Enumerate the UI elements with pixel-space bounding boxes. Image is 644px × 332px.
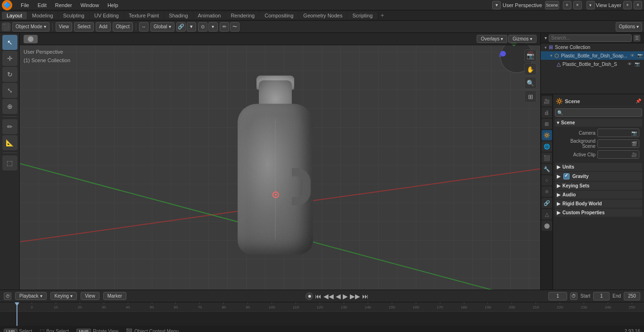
viewport-pan-btn[interactable]: ✋ [524, 63, 537, 75]
cursor-tool[interactable]: ↖ [2, 35, 17, 50]
timeline-editor-icon[interactable]: ⏱ [4, 292, 11, 300]
object-menu[interactable]: Object [113, 22, 133, 32]
gravity-section-header[interactable]: ▶ Gravity [555, 172, 642, 181]
options-btn[interactable]: Options ▾ [616, 22, 642, 32]
transform-tool[interactable]: ⊕ [2, 99, 17, 114]
props-tab-view-layer[interactable]: ⊞ [542, 119, 552, 129]
timeline-panel[interactable]: 0102030405060708090100110120130140150160… [0, 302, 644, 325]
frame-clock-btn[interactable]: ⏱ [570, 292, 578, 300]
record-btn[interactable]: ⏺ [305, 292, 313, 300]
props-tab-constraints[interactable]: 🔗 [542, 198, 552, 208]
tab-compositing[interactable]: Compositing [260, 12, 298, 19]
tab-sculpting[interactable]: Sculpting [58, 12, 89, 19]
viewport-shading-solid-btn[interactable] [24, 35, 38, 43]
snap-btn[interactable]: 🔗 [176, 22, 186, 32]
add-workspace-btn[interactable]: + [378, 11, 387, 20]
delete-scene-btn[interactable]: × [573, 1, 582, 9]
annotate-btn[interactable]: ✏ [220, 22, 229, 32]
outliner-item-bottle1[interactable]: ▾ ⬡ Plastic_Bottle_for_Dish_Soap... 👁 📷 [541, 51, 644, 60]
add-cube-tool[interactable]: ⬚ [2, 155, 17, 170]
rotate-tool[interactable]: ↻ [2, 67, 17, 82]
object-mode-dropdown[interactable]: Object Mode ▾ [12, 22, 50, 32]
props-tab-modifier[interactable]: 🔧 [542, 164, 552, 174]
outliner-filter-btn[interactable]: ☰ [634, 35, 640, 41]
outliner-item-scene-collection[interactable]: ▾ ⊞ Scene Collection [541, 43, 644, 51]
play-btn[interactable]: ▶ [343, 292, 348, 300]
end-frame-input[interactable] [624, 292, 640, 300]
timeline-view-btn[interactable]: View [81, 292, 99, 300]
scene-selector-btn[interactable]: Scene [545, 1, 559, 9]
snap-type-btn[interactable]: ▾ [187, 22, 196, 32]
props-tab-object[interactable]: ⬛ [542, 153, 552, 163]
bg-scene-field-icon[interactable]: 🎬 [631, 141, 637, 146]
keying-sets-header[interactable]: ▶ Keying Sets [555, 182, 642, 190]
remove-view-layer-btn[interactable]: × [634, 1, 642, 9]
outliner-item2-render-btn[interactable]: 📷 [634, 61, 640, 67]
jump-end-btn[interactable]: ⏭ [362, 292, 369, 300]
transform-icon[interactable]: ↔ [139, 22, 149, 32]
tab-rendering[interactable]: Rendering [226, 12, 259, 19]
move-tool[interactable]: ✛ [2, 51, 17, 66]
new-scene-btn[interactable]: + [563, 1, 571, 9]
proportional-type-btn[interactable]: ▾ [208, 22, 218, 32]
select-menu[interactable]: Select [74, 22, 94, 32]
props-tab-scene[interactable]: 🔆 [542, 130, 552, 140]
tab-geometry-nodes[interactable]: Geometry Nodes [298, 12, 347, 19]
units-section-header[interactable]: ▶ Units [555, 163, 642, 171]
scale-tool[interactable]: ⤡ [2, 83, 17, 98]
tab-texture-paint[interactable]: Texture Paint [124, 12, 164, 19]
menu-help[interactable]: Help [104, 1, 122, 9]
viewport-local-btn[interactable]: ⊞ [524, 90, 537, 103]
outliner-render-btn[interactable]: 📷 [637, 52, 644, 59]
measure-tool[interactable]: 📐 [2, 135, 17, 150]
props-tab-output[interactable]: 🖨 [542, 107, 552, 118]
rigid-body-world-header[interactable]: ▶ Rigid Body World [555, 200, 642, 208]
prev-keyframe-btn[interactable]: ◀◀ [323, 292, 334, 300]
props-search-input[interactable] [555, 108, 642, 117]
menu-edit[interactable]: Edit [34, 1, 50, 9]
viewport-3d[interactable]: User Perspective (1) Scene Collection X … [20, 33, 540, 290]
camera-value-field[interactable]: 📷 [597, 129, 639, 137]
new-view-layer-btn[interactable]: + [623, 1, 632, 9]
timeline-content[interactable] [0, 312, 644, 326]
annotate-tool[interactable]: ✏ [2, 119, 17, 134]
viewport-camera-btn[interactable]: 📷 [524, 49, 537, 62]
playback-btn[interactable]: Playback▾ [15, 292, 47, 300]
marker-btn[interactable]: Marker [103, 292, 126, 300]
current-frame-input[interactable] [548, 292, 567, 300]
timeline-playhead[interactable] [17, 302, 17, 326]
prev-frame-btn[interactable]: ◀ [336, 292, 341, 300]
audio-header[interactable]: ▶ Audio [555, 191, 642, 199]
outliner-visibility-btn[interactable]: 👁 [629, 52, 636, 59]
props-tab-material[interactable]: ⬤ [542, 220, 552, 231]
camera-field-icon[interactable]: 📷 [631, 130, 637, 136]
outliner-item2-visibility-btn[interactable]: 👁 [626, 61, 633, 67]
proportional-btn[interactable]: ⊙ [198, 22, 207, 32]
props-tab-physics[interactable]: ⚛ [542, 186, 552, 197]
start-frame-input[interactable] [593, 292, 610, 300]
viewport-zoom-btn[interactable]: 🔍 [524, 77, 537, 89]
keying-btn[interactable]: Keying▾ [50, 292, 77, 300]
tab-scripting[interactable]: Scripting [347, 12, 377, 19]
props-pin-btn[interactable]: 📌 [636, 98, 641, 104]
background-scene-field[interactable]: 🎬 [597, 139, 639, 148]
add-menu[interactable]: Add [96, 22, 111, 32]
gravity-checkbox[interactable] [563, 173, 570, 179]
scene-selector-icon[interactable]: ▾ [492, 1, 501, 9]
props-tab-data[interactable]: △ [542, 209, 552, 219]
outliner-search-input[interactable] [549, 34, 632, 42]
view-menu[interactable]: View [56, 22, 73, 32]
show-gizmos-btn[interactable]: Gizmos ▾ [508, 35, 537, 43]
props-tab-render[interactable]: 🎥 [542, 96, 552, 106]
props-tab-world[interactable]: 🌐 [542, 141, 552, 152]
tab-animation[interactable]: Animation [193, 12, 226, 19]
tab-layout[interactable]: Layout [2, 12, 27, 19]
scene-section-header[interactable]: ▾ Scene [555, 119, 642, 127]
menu-file[interactable]: File [17, 1, 33, 9]
tab-modeling[interactable]: Modeling [27, 12, 58, 19]
active-clip-field[interactable]: 🎥 [597, 150, 639, 159]
menu-render[interactable]: Render [51, 1, 76, 9]
props-tab-particles[interactable]: ⁘ [542, 175, 552, 186]
custom-properties-header[interactable]: ▶ Custom Properties [555, 209, 642, 217]
transform-orientation[interactable]: Global ▾ [150, 22, 174, 32]
